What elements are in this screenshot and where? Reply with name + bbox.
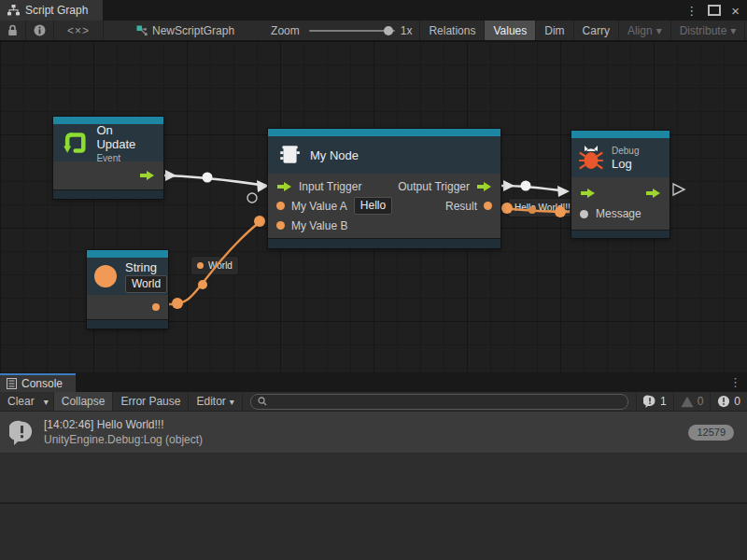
chevron-down-icon: ▾	[656, 24, 662, 37]
info-bubble-icon	[643, 395, 656, 408]
carry-button[interactable]: Carry	[574, 21, 619, 40]
warning-count-button[interactable]: 0	[673, 392, 711, 411]
node-debug-log[interactable]: Debug Log Message	[571, 131, 669, 238]
console-tab-label: Console	[21, 377, 63, 390]
port-label: Input Trigger	[299, 180, 361, 193]
clear-label: Clear	[7, 395, 35, 408]
distribute-button[interactable]: Distribute▾	[671, 21, 746, 40]
node-accent-bar	[571, 131, 669, 138]
info-count: 1	[660, 395, 667, 408]
window-menu-icon[interactable]: ⋮	[685, 4, 698, 18]
relations-button[interactable]: Relations	[419, 21, 485, 40]
graph-asset-button[interactable]: NewScriptGraph	[128, 21, 243, 40]
exec-output-port[interactable]	[476, 181, 492, 192]
graph-tabstrip: Script Graph ⋮ ×	[0, 0, 747, 21]
log-stacktrace: UnityEngine.Debug:Log (object)	[44, 433, 679, 446]
graph-canvas[interactable]: World Hello World!!!	[0, 41, 747, 372]
console-search-box[interactable]	[250, 394, 628, 410]
on-update-loop-icon	[63, 130, 88, 156]
wire-start-arrow	[503, 180, 514, 191]
collapse-count-badge: 12579	[688, 425, 734, 441]
value-port-dot[interactable]	[484, 202, 492, 210]
string-value-input[interactable]: World	[125, 275, 167, 293]
error-icon	[717, 395, 730, 408]
align-button[interactable]: Align▾	[619, 21, 671, 40]
editor-dropdown-button[interactable]: Editor▾	[189, 392, 242, 411]
node-accent-bar	[87, 250, 168, 258]
info-button[interactable]	[26, 21, 54, 40]
distribute-label: Distribute	[680, 24, 727, 37]
info-icon	[34, 24, 46, 36]
value-port-dot[interactable]	[276, 202, 285, 210]
carry-label: Carry	[583, 24, 610, 37]
console-log-list[interactable]: [14:02:46] Hello World!!! UnityEngine.De…	[0, 412, 747, 502]
node-on-update[interactable]: On Update Event	[53, 117, 163, 199]
port-label: My Value B	[291, 219, 347, 232]
node-footer	[268, 238, 500, 248]
exec-input-port[interactable]	[580, 188, 596, 199]
wire-value-label-world: World	[190, 256, 239, 275]
zoom-slider[interactable]	[309, 30, 395, 32]
tab-console[interactable]: Console	[0, 373, 76, 392]
value-dot-icon	[197, 262, 204, 269]
chevron-down-icon: ▾	[44, 397, 49, 407]
value-port-dot[interactable]	[276, 221, 285, 230]
debug-bug-icon	[579, 144, 603, 172]
wire-value-text: World	[208, 260, 233, 271]
clear-button[interactable]: Clear	[0, 392, 39, 411]
collapse-button[interactable]: Collapse	[54, 392, 114, 411]
warning-icon	[681, 396, 694, 408]
empty-port-circle	[247, 193, 257, 203]
console-tabstrip: Console ⋮	[0, 373, 747, 392]
close-icon[interactable]: ×	[731, 3, 740, 19]
my-value-a-input[interactable]: Hello	[354, 197, 392, 215]
chevron-down-icon: ▾	[730, 24, 736, 37]
console-toolbar: Clear ▾ Collapse Error Pause Editor▾ 1 0…	[0, 392, 747, 412]
port-my-value-a[interactable]: My Value A Hello	[276, 197, 392, 215]
unit-machine-icon	[277, 143, 302, 167]
node-string[interactable]: String World	[87, 250, 168, 329]
values-button[interactable]: Values	[485, 21, 536, 40]
console-menu-icon[interactable]: ⋮	[729, 375, 741, 389]
port-my-value-b[interactable]: My Value B	[276, 219, 347, 232]
dim-button[interactable]: Dim	[536, 21, 573, 40]
error-count: 0	[734, 395, 740, 408]
search-input[interactable]	[272, 396, 621, 408]
error-pause-label: Error Pause	[120, 395, 180, 408]
node-my-node[interactable]: My Node Input Trigger Output Trigger	[268, 129, 500, 248]
wire-flow-dot	[521, 181, 531, 191]
node-title: On Update	[96, 123, 154, 151]
align-label: Align	[627, 24, 653, 37]
log-entry-row[interactable]: [14:02:46] Hello World!!! UnityEngine.De…	[0, 412, 747, 454]
exec-output-port[interactable]	[645, 188, 661, 199]
port-result[interactable]: Result	[445, 200, 492, 213]
relations-label: Relations	[429, 24, 475, 37]
wire-flow-dot	[198, 280, 207, 289]
error-count-button[interactable]: 0	[710, 392, 747, 411]
clear-dropdown-button[interactable]: ▾	[39, 392, 54, 411]
node-category: Debug	[612, 146, 639, 156]
zoom-slider-handle[interactable]	[384, 26, 393, 35]
exec-output-port[interactable]	[139, 170, 155, 181]
string-literal-icon	[94, 265, 117, 287]
info-count-button[interactable]: 1	[636, 392, 673, 411]
exec-input-port[interactable]	[276, 181, 292, 192]
port-output-trigger[interactable]: Output Trigger	[398, 180, 492, 193]
error-pause-button[interactable]: Error Pause	[113, 392, 189, 411]
chevron-down-icon: ▾	[230, 397, 234, 407]
empty-port-triangle	[673, 184, 684, 195]
zoom-label: Zoom	[267, 24, 303, 37]
lock-icon	[7, 24, 18, 36]
port-label: Output Trigger	[398, 180, 470, 193]
lock-button[interactable]	[0, 21, 26, 40]
graph-hierarchy-icon	[7, 5, 20, 16]
edit-code-button[interactable]: <×>	[54, 21, 104, 40]
message-port-dot[interactable]	[580, 210, 588, 218]
dim-label: Dim	[544, 24, 564, 37]
exec-wire-onupdate-mynode	[164, 175, 266, 186]
value-output-port[interactable]	[152, 303, 160, 311]
port-input-trigger[interactable]: Input Trigger	[276, 180, 361, 193]
tab-script-graph[interactable]: Script Graph	[0, 0, 103, 21]
node-title: Log	[612, 157, 639, 171]
maximize-icon[interactable]	[708, 5, 721, 16]
